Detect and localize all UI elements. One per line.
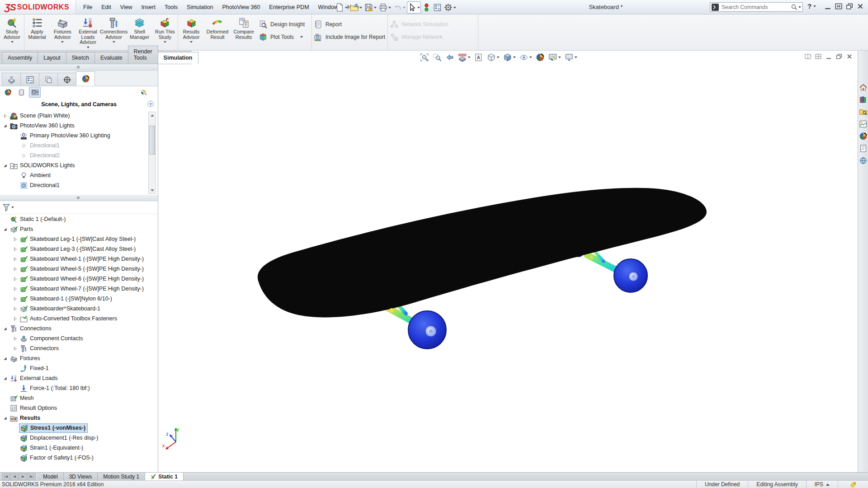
study-tree-item-mesh[interactable]: Mesh xyxy=(0,393,158,403)
menu-insert[interactable]: Insert xyxy=(137,1,160,13)
scene-tree-item-directional1[interactable]: Directional1 xyxy=(0,180,158,190)
collapse-arrow-icon[interactable] xyxy=(3,164,9,168)
bottom-tab-static-1[interactable]: Static 1 xyxy=(145,473,184,480)
apply-scene-button[interactable] xyxy=(547,52,562,63)
expand-arrow-icon[interactable] xyxy=(13,247,19,251)
tree-scrollbar[interactable] xyxy=(148,112,156,194)
scroll-up-button[interactable] xyxy=(149,112,156,118)
filter-icon[interactable] xyxy=(2,203,10,211)
plot-tools-dropdown-caret[interactable] xyxy=(300,36,303,38)
solidworks-forum-button[interactable] xyxy=(859,156,868,165)
split-view-horizontal-button[interactable] xyxy=(804,53,811,60)
connections-advisor-dropdown-caret[interactable] xyxy=(113,41,115,43)
tab-render-tools[interactable]: Render Tools xyxy=(128,46,158,64)
results-advisor-dropdown-caret[interactable] xyxy=(190,41,193,43)
panel-tab-configurationmanager[interactable] xyxy=(39,73,58,86)
expand-arrow-icon[interactable] xyxy=(13,267,19,271)
study-tree-item-skateboard-wheel-5-sw-pe-high-density[interactable]: Skateboard Wheel-5 (-[SW]PE High Density… xyxy=(0,264,158,274)
bottom-tab-3d-views[interactable]: 3D Views xyxy=(64,473,98,480)
collapse-arrow-icon[interactable] xyxy=(3,124,9,128)
scene-tree-item-photoview-360-lights[interactable]: PhotoView 360 Lights xyxy=(0,121,158,131)
view-appearances-button[interactable] xyxy=(2,87,14,98)
expand-arrow-icon[interactable] xyxy=(13,297,19,301)
external-loads-advisor-button[interactable]: External Loads Advisor xyxy=(75,16,100,49)
view-settings-button[interactable] xyxy=(563,52,578,63)
document-minimize-button[interactable] xyxy=(825,53,832,60)
file-explorer-button[interactable] xyxy=(859,108,868,116)
view-decals-button[interactable] xyxy=(15,87,27,98)
window-minimize-button[interactable] xyxy=(824,2,832,10)
help-menu[interactable]: ? xyxy=(807,2,816,10)
panel-tab-featuremanager-design-tree[interactable] xyxy=(2,73,21,86)
tab-sketch[interactable]: Sketch xyxy=(66,52,95,64)
view-palette-button[interactable] xyxy=(859,120,868,128)
study-tree-item-skateboard-leg-3-sw-cast-alloy-steel[interactable]: Skateboard Leg-3 (-[SW]Cast Alloy Steel-… xyxy=(0,244,158,254)
deformed-result-button[interactable]: Deformed Result xyxy=(204,16,231,41)
panel-splitter-top[interactable] xyxy=(0,64,158,70)
undo-dropdown-caret[interactable] xyxy=(403,7,406,9)
menu-enterprise-pdm[interactable]: Enterprise PDM xyxy=(264,1,313,13)
expand-arrow-icon[interactable] xyxy=(13,317,19,321)
study-tree-item-auto-converted-toolbox-fasteners[interactable]: Auto-Converted Toolbox Fasteners xyxy=(0,314,158,324)
next-tab-button[interactable]: ▶ xyxy=(19,473,27,480)
scene-tree-item-solidworks-lights[interactable]: SOLIDWORKS Lights xyxy=(0,160,158,170)
section-view-dropdown-caret[interactable] xyxy=(467,56,470,58)
design-library-button[interactable] xyxy=(859,95,868,104)
expand-arrow-icon[interactable] xyxy=(13,337,19,341)
expand-arrow-icon[interactable] xyxy=(13,237,19,241)
report-button[interactable]: Report xyxy=(312,19,387,30)
view-orientation-dropdown-caret[interactable] xyxy=(496,56,499,58)
print-dropdown-caret[interactable] xyxy=(388,7,391,9)
scene-tree-item-directional1[interactable]: Directional1 xyxy=(0,141,158,150)
fixtures-advisor-dropdown-caret[interactable] xyxy=(61,41,64,43)
last-tab-button[interactable]: ▶| xyxy=(28,473,36,480)
zoom-to-area-button[interactable] xyxy=(431,52,443,63)
study-tree-item-stress1-vonmises[interactable]: σStress1 (-vonMises-) xyxy=(0,423,158,433)
panel-tab-dimxpertmanager[interactable] xyxy=(57,73,76,86)
display-style-button[interactable] xyxy=(501,52,517,63)
run-this-study-button[interactable]: Run This Study xyxy=(152,16,178,44)
study-tree-item-displacement1-res-disp[interactable]: uDisplacement1 (-Res disp-) xyxy=(0,433,158,443)
scene-tree-item-scene-plain-white[interactable]: Scene (Plain White) xyxy=(0,111,158,121)
display-settings-button[interactable] xyxy=(432,1,443,14)
graphics-area[interactable]: A xyxy=(158,51,858,472)
expand-arrow-icon[interactable] xyxy=(13,287,19,291)
save-dropdown-caret[interactable] xyxy=(374,7,377,9)
custom-properties-button[interactable] xyxy=(859,144,868,153)
menu-view[interactable]: View xyxy=(116,1,137,13)
edit-appearance-button[interactable] xyxy=(534,52,546,63)
study-tree-item-factor-of-safety1-fos[interactable]: FFactor of Safety1 (-FOS-) xyxy=(0,453,158,463)
document-restore-button[interactable] xyxy=(835,53,843,60)
run-this-study-dropdown-caret[interactable] xyxy=(164,41,166,43)
study-tree-item-result-options[interactable]: Result Options xyxy=(0,403,158,413)
apply-scene-dropdown-caret[interactable] xyxy=(558,56,561,58)
external-loads-advisor-dropdown-caret[interactable] xyxy=(87,47,90,48)
study-tree-item-skateboard-wheel-1-sw-pe-high-density[interactable]: Skateboard Wheel-1 (-[SW]PE High Density… xyxy=(0,254,158,264)
study-tree-item-skateboard-leg-1-sw-cast-alloy-steel[interactable]: Skateboard Leg-1 (-[SW]Cast Alloy Steel-… xyxy=(0,234,158,244)
panel-splitter-middle[interactable] xyxy=(0,195,158,201)
expand-arrow-icon[interactable] xyxy=(13,257,19,261)
search-scope-icon[interactable] xyxy=(712,4,719,11)
previous-view-button[interactable] xyxy=(443,52,455,63)
expand-arrow-icon[interactable] xyxy=(13,307,19,311)
window-expand-button[interactable] xyxy=(835,2,843,10)
window-restore-button[interactable] xyxy=(845,2,854,10)
menu-photoview-360[interactable]: PhotoView 360 xyxy=(217,1,264,13)
options-button[interactable] xyxy=(443,1,457,14)
include-image-for-report-button[interactable]: Include Image for Report xyxy=(312,32,387,42)
expand-arrow-icon[interactable] xyxy=(3,114,9,118)
hide-show-items-button[interactable] xyxy=(518,52,533,63)
menu-tools[interactable]: Tools xyxy=(160,1,182,13)
search-icon[interactable] xyxy=(791,4,797,10)
study-tree-item-connectors[interactable]: Connectors xyxy=(0,343,158,353)
scene-options-button[interactable] xyxy=(138,87,150,98)
collapse-arrow-icon[interactable] xyxy=(3,416,9,420)
menu-edit[interactable]: Edit xyxy=(97,1,116,13)
interference-detection-button[interactable] xyxy=(421,1,432,14)
display-style-dropdown-caret[interactable] xyxy=(513,56,515,58)
shell-manager-button[interactable]: Shell Manager xyxy=(127,16,152,41)
tab-assembly[interactable]: Assembly xyxy=(2,52,38,64)
unit-system[interactable]: IPS xyxy=(806,481,838,488)
menu-simulation[interactable]: Simulation xyxy=(182,1,217,13)
collapse-arrow-icon[interactable] xyxy=(3,227,9,231)
